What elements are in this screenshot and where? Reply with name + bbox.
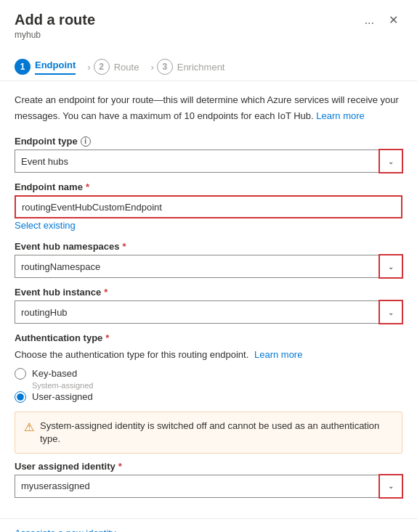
endpoint-type-select-wrapper: Event hubs Service Bus Queue Service Bus… bbox=[15, 150, 402, 173]
user-assigned-identity-label: User assigned identity * bbox=[15, 461, 402, 472]
endpoint-name-group: Endpoint name * Select existing bbox=[15, 181, 402, 232]
select-existing-button[interactable]: Select existing bbox=[15, 218, 76, 232]
event-hub-instance-group: Event hub instance * routingHub ⌄ bbox=[15, 287, 402, 324]
warning-text: System-assigned identity is switched off… bbox=[40, 420, 393, 446]
panel-subtitle: myhub bbox=[15, 30, 402, 46]
event-hub-namespaces-label: Event hub namespaces * bbox=[15, 241, 402, 252]
step-1-circle: 1 bbox=[15, 59, 31, 75]
event-hub-namespaces-required: * bbox=[123, 241, 126, 252]
step-1-label: Endpoint bbox=[35, 60, 76, 75]
step-route[interactable]: 2 Route bbox=[94, 53, 148, 81]
step-sep-1: › bbox=[84, 62, 93, 73]
close-button[interactable]: ✕ bbox=[384, 12, 402, 28]
auth-type-radio-group: Key-based System-assigned User-assigned bbox=[15, 368, 402, 403]
user-assigned-identity-dropdown-btn[interactable]: ⌄ bbox=[379, 475, 402, 498]
radio-key-based-label: Key-based bbox=[32, 368, 77, 379]
panel-body: Create an endpoint for your route—this w… bbox=[0, 81, 417, 518]
warning-box: ⚠ System-assigned identity is switched o… bbox=[15, 412, 402, 454]
description-text: Create an endpoint for your route—this w… bbox=[15, 93, 402, 124]
system-assigned-row: System-assigned User-assigned bbox=[15, 384, 402, 403]
auth-type-learn-more-link[interactable]: Learn more bbox=[254, 346, 302, 364]
endpoint-type-dropdown-btn[interactable]: ⌄ bbox=[379, 150, 402, 173]
auth-type-required: * bbox=[105, 332, 109, 343]
chevron-down-icon-ns: ⌄ bbox=[388, 263, 394, 271]
steps-row: 1 Endpoint › 2 Route › 3 Enrichment bbox=[15, 46, 402, 81]
user-assigned-identity-wrapper: myuserassigned ⌄ bbox=[15, 475, 402, 498]
event-hub-instance-required: * bbox=[104, 287, 108, 298]
user-assigned-identity-select[interactable]: myuserassigned bbox=[15, 475, 402, 498]
panel-title: Add a route bbox=[15, 12, 95, 28]
event-hub-instance-label: Event hub instance * bbox=[15, 287, 402, 298]
warning-icon: ⚠ bbox=[24, 420, 34, 434]
endpoint-name-label: Endpoint name * bbox=[15, 181, 402, 192]
auth-type-group: Authentication type * Choose the authent… bbox=[15, 332, 402, 403]
auth-type-description: Choose the authentication type for this … bbox=[15, 346, 402, 364]
endpoint-type-select[interactable]: Event hubs Service Bus Queue Service Bus… bbox=[15, 150, 402, 173]
radio-key-based-input[interactable] bbox=[15, 368, 26, 380]
associate-new-identity-button[interactable]: Associate a new identity bbox=[15, 528, 116, 532]
system-assigned-sublabel: System-assigned bbox=[32, 381, 402, 390]
chevron-down-icon-identity: ⌄ bbox=[388, 482, 394, 490]
panel-header: Add a route ... ✕ myhub 1 Endpoint › 2 R… bbox=[0, 0, 417, 81]
event-hub-namespaces-group: Event hub namespaces * routingNamespace … bbox=[15, 241, 402, 278]
radio-user-assigned-input[interactable] bbox=[15, 391, 26, 403]
step-3-label: Enrichment bbox=[177, 62, 225, 73]
endpoint-type-group: Endpoint type i Event hubs Service Bus Q… bbox=[15, 136, 402, 173]
step-sep-2: › bbox=[147, 62, 156, 73]
radio-key-based[interactable]: Key-based bbox=[15, 368, 402, 380]
user-assigned-identity-group: User assigned identity * myuserassigned … bbox=[15, 461, 402, 498]
auth-type-label: Authentication type * bbox=[15, 332, 402, 343]
event-hub-instance-select[interactable]: routingHub bbox=[15, 300, 402, 324]
ellipsis-button[interactable]: ... bbox=[360, 12, 378, 28]
user-assigned-identity-required: * bbox=[118, 461, 122, 472]
step-enrichment[interactable]: 3 Enrichment bbox=[157, 53, 234, 81]
radio-user-assigned-label: User-assigned bbox=[32, 391, 93, 402]
endpoint-type-label: Endpoint type i bbox=[15, 136, 402, 147]
panel-footer: Associate a new identity bbox=[0, 518, 417, 532]
chevron-down-icon-inst: ⌄ bbox=[388, 308, 394, 316]
panel-title-actions: ... ✕ bbox=[360, 12, 402, 28]
event-hub-namespaces-wrapper: routingNamespace ⌄ bbox=[15, 255, 402, 278]
endpoint-type-info-icon[interactable]: i bbox=[81, 136, 91, 147]
event-hub-instance-dropdown-btn[interactable]: ⌄ bbox=[379, 300, 402, 324]
step-endpoint[interactable]: 1 Endpoint bbox=[15, 53, 84, 81]
chevron-down-icon: ⌄ bbox=[388, 157, 394, 165]
event-hub-namespaces-select[interactable]: routingNamespace bbox=[15, 255, 402, 278]
add-route-panel: Add a route ... ✕ myhub 1 Endpoint › 2 R… bbox=[0, 0, 417, 532]
step-2-label: Route bbox=[114, 62, 139, 73]
endpoint-name-input[interactable] bbox=[15, 195, 402, 218]
event-hub-namespaces-dropdown-btn[interactable]: ⌄ bbox=[379, 255, 402, 278]
step-3-circle: 3 bbox=[157, 59, 173, 75]
event-hub-instance-wrapper: routingHub ⌄ bbox=[15, 300, 402, 324]
endpoint-name-required: * bbox=[86, 181, 89, 192]
radio-user-assigned[interactable]: User-assigned bbox=[15, 391, 402, 403]
step-2-circle: 2 bbox=[94, 59, 110, 75]
learn-more-link-top[interactable]: Learn more bbox=[316, 107, 364, 125]
